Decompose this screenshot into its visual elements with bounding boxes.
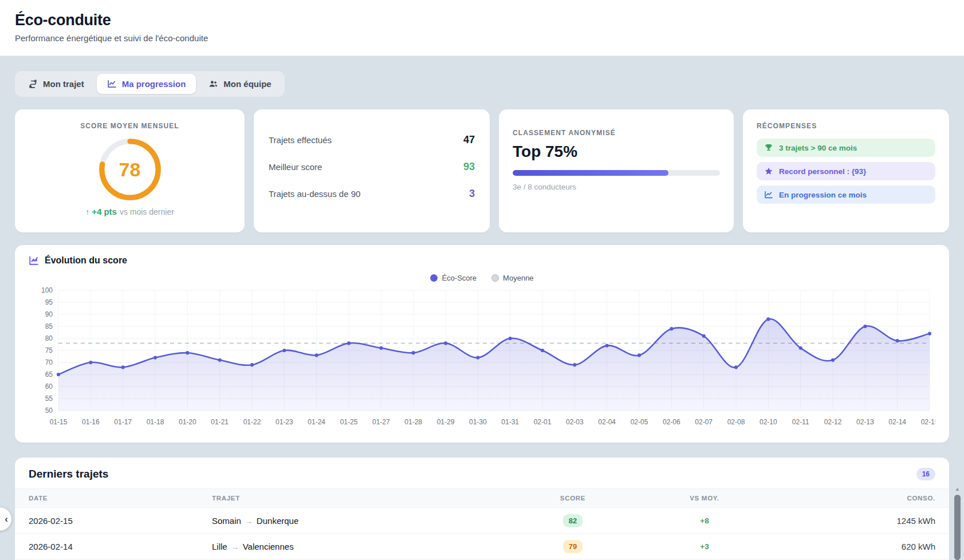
x-tick-label: 01-18 <box>147 418 164 426</box>
reward-text: En progression ce mois <box>779 191 867 199</box>
stat-value: 47 <box>463 134 475 146</box>
data-point <box>928 332 931 336</box>
trend-up-icon <box>764 190 773 199</box>
users-icon <box>208 79 218 89</box>
x-tick-label: 02-04 <box>598 418 616 426</box>
y-tick-label: 70 <box>45 358 53 366</box>
ranking-caption: 3e / 8 conducteurs <box>513 183 720 191</box>
data-point <box>218 358 222 362</box>
x-tick-label: 01-23 <box>276 418 293 426</box>
data-point <box>57 373 60 376</box>
ranking-title: Top 75% <box>513 143 720 161</box>
x-tick-label: 02-15 <box>921 418 935 426</box>
x-tick-label: 01-30 <box>469 418 487 426</box>
x-tick-label: 01-29 <box>437 418 455 426</box>
trips-scrollbar[interactable]: ▲ <box>953 485 962 560</box>
chart-legend: Éco-ScoreMoyenne <box>29 274 935 282</box>
y-tick-label: 90 <box>45 310 53 318</box>
trip-date: 2026-02-14 <box>29 542 212 551</box>
data-point <box>605 344 609 348</box>
data-point <box>379 346 383 350</box>
arrow-right-icon: → <box>231 543 239 551</box>
x-tick-label: 02-14 <box>888 418 906 426</box>
trip-vs-avg: +3 <box>624 542 785 551</box>
data-point <box>444 341 447 345</box>
scrollbar-up-arrow-icon[interactable]: ▲ <box>955 485 960 493</box>
reward-chip: Record personnel : {93} <box>757 162 935 180</box>
arrow-right-icon: → <box>245 517 253 526</box>
trip-count-badge: 16 <box>916 468 935 480</box>
x-tick-label: 01-15 <box>50 418 68 426</box>
data-point <box>315 353 318 357</box>
score-card-label: SCORE MOYEN MENSUEL <box>29 122 231 130</box>
tab-mon-trajet[interactable]: Mon trajet <box>18 74 95 94</box>
y-tick-label: 55 <box>45 395 53 403</box>
tab-ma-progression[interactable]: Ma progression <box>97 74 196 94</box>
score-badge: 82 <box>563 514 583 527</box>
data-point <box>89 361 92 364</box>
score-value: 78 <box>96 136 164 203</box>
stat-label: Trajets au-dessus de 90 <box>269 189 360 199</box>
stat-value: 93 <box>463 161 475 173</box>
star-icon <box>764 167 773 176</box>
trips-table-header: DATETRAJETSCOREVS MOY.CONSO. <box>15 488 949 508</box>
legend-dot-icon <box>430 274 438 282</box>
recent-trips-card: Derniers trajets 16 DATETRAJETSCOREVS MO… <box>15 458 949 560</box>
x-tick-label: 02-07 <box>695 418 713 426</box>
column-header: DATE <box>29 495 212 502</box>
column-header: VS MOY. <box>624 495 785 502</box>
data-point <box>702 334 706 338</box>
score-card: SCORE MOYEN MENSUEL 78 ↑+4 ptsvs mois de… <box>15 109 245 232</box>
y-tick-label: 80 <box>45 334 53 342</box>
data-point <box>573 363 576 366</box>
tab-mon-equipe[interactable]: Mon équipe <box>198 74 281 94</box>
chevron-left-icon: ‹ <box>5 514 8 524</box>
y-tick-label: 75 <box>45 346 53 354</box>
recent-trips-title: Derniers trajets <box>29 468 108 480</box>
table-row[interactable]: 2026-02-15Somain→Dunkerque82+81245 kWh <box>15 508 949 534</box>
x-tick-label: 02-13 <box>856 418 874 426</box>
legend-label: Moyenne <box>503 274 533 282</box>
y-tick-label: 100 <box>41 286 53 294</box>
reward-text: Record personnel : {93} <box>779 167 866 176</box>
chart-area-fill <box>58 319 930 411</box>
x-tick-label: 01-27 <box>372 418 390 426</box>
data-point <box>896 339 899 342</box>
x-tick-label: 02-12 <box>824 418 842 426</box>
legend-dot-icon <box>491 274 499 282</box>
x-tick-label: 01-24 <box>308 418 325 426</box>
x-tick-label: 02-03 <box>566 418 584 426</box>
stat-label: Trajets effectués <box>269 135 332 145</box>
trophy-icon <box>764 143 773 152</box>
x-tick-label: 02-10 <box>760 418 777 426</box>
data-point <box>476 356 479 360</box>
tab-label: Mon équipe <box>223 79 271 89</box>
legend-item: Moyenne <box>491 274 533 282</box>
score-badge: 79 <box>563 540 583 553</box>
scrollbar-thumb[interactable] <box>954 495 961 560</box>
ranking-progress-fill <box>513 170 668 176</box>
ranking-progress-track <box>513 170 720 176</box>
y-tick-label: 85 <box>45 322 53 330</box>
trip-score-cell: 79 <box>521 540 624 553</box>
view-tabs: Mon trajetMa progressionMon équipe <box>15 71 285 97</box>
arrow-up-icon: ↑ <box>85 207 89 216</box>
x-tick-label: 02-08 <box>727 418 745 426</box>
page-header: Éco-conduite Performance énergétique et … <box>0 0 964 56</box>
x-tick-label: 01-17 <box>114 418 132 426</box>
score-evolution-card: Évolution du score Éco-ScoreMoyenne 1009… <box>15 245 949 443</box>
data-point <box>250 363 254 366</box>
data-point <box>831 358 835 362</box>
trip-conso: 1245 kWh <box>785 516 935 526</box>
table-row[interactable]: 2026-02-14Lille→Valenciennes79+3620 kWh <box>15 534 949 559</box>
page-title: Éco-conduite <box>15 11 949 29</box>
x-tick-label: 02-06 <box>663 418 680 426</box>
stat-label: Meilleur score <box>269 162 322 172</box>
trip-from: Somain <box>212 516 241 526</box>
data-point <box>347 341 351 345</box>
trip-conso: 620 kWh <box>785 542 935 551</box>
ranking-card: CLASSEMENT ANONYMISÉ Top 75% 3e / 8 cond… <box>499 109 734 232</box>
stat-value: 3 <box>469 188 475 200</box>
score-gauge: 78 <box>96 136 164 203</box>
trip-score-cell: 82 <box>521 514 624 527</box>
